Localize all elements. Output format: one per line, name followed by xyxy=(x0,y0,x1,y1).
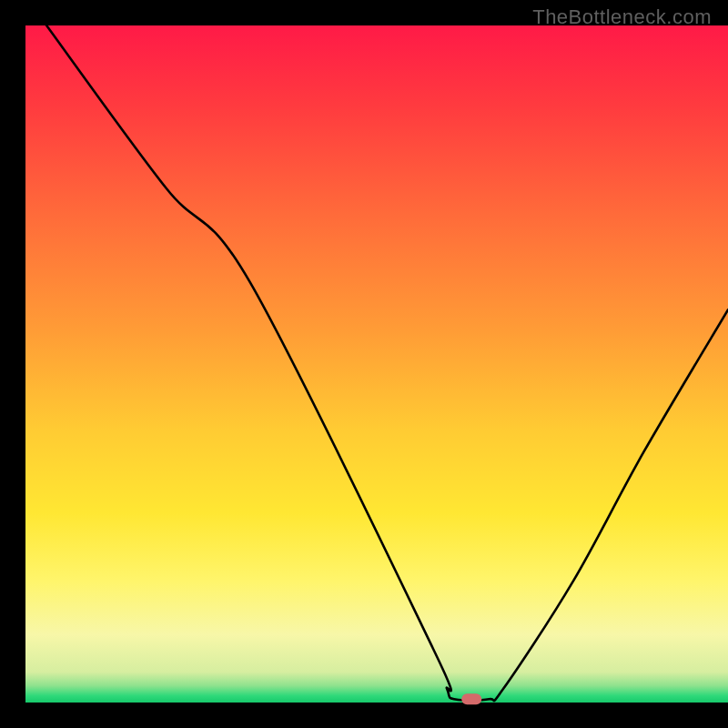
watermark-label: TheBottleneck.com xyxy=(532,5,712,29)
gradient-background xyxy=(25,25,728,703)
bottleneck-chart xyxy=(0,0,728,728)
optimum-marker xyxy=(461,693,481,704)
chart-frame: TheBottleneck.com xyxy=(0,0,728,728)
